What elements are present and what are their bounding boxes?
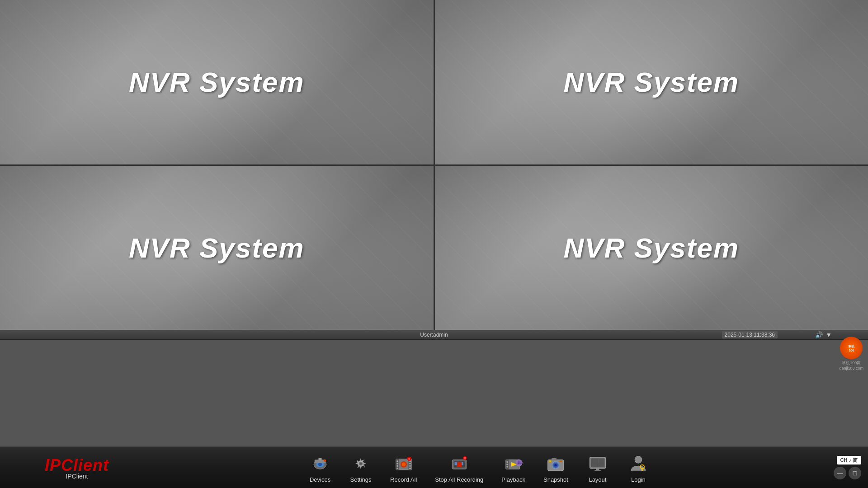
nav-label-layout: Layout [589, 476, 606, 483]
camera-grid: NVR System NVR System NVR System NVR Sys… [0, 0, 868, 330]
brand-subtitle: IPClient [66, 473, 88, 480]
svg-point-46 [555, 464, 557, 466]
svg-rect-53 [591, 463, 598, 467]
devices-icon [309, 453, 331, 474]
nvr-label-4: NVR System [563, 232, 739, 264]
brand-section: IPClient IPClient [0, 450, 145, 486]
camera-cell-4[interactable]: NVR System [435, 166, 868, 330]
minimize-button[interactable]: — [834, 467, 846, 479]
utility-icons: — □ [834, 467, 861, 479]
svg-rect-4 [319, 458, 322, 460]
channel-badge[interactable]: CH ♪ 简 [837, 456, 862, 465]
nav-item-playback[interactable]: Playback [495, 450, 532, 485]
svg-point-13 [396, 463, 398, 465]
svg-point-35 [506, 466, 508, 468]
watermark-site: 草机100网 danji100.com [839, 360, 863, 371]
watermark-logo: 草机100 [840, 337, 863, 359]
nav-item-record-all[interactable]: Record All [383, 450, 424, 485]
brand-title: IPClient [45, 456, 109, 475]
svg-point-5 [324, 459, 326, 461]
camera-cell-1[interactable]: NVR System [0, 0, 434, 164]
nav-item-settings[interactable]: Settings [343, 450, 379, 485]
svg-point-57 [635, 456, 642, 463]
datetime-display: 2025-01-13 11:38:36 [722, 331, 778, 338]
login-icon [627, 453, 649, 474]
nav-item-snapshot[interactable]: Snapshot [537, 450, 575, 485]
record-all-icon [393, 453, 415, 474]
stop-recording-icon [448, 453, 470, 474]
nav-label-stop-all-recording: Stop All Recording [435, 476, 483, 483]
nvr-label-1: NVR System [129, 66, 305, 98]
svg-point-19 [409, 467, 411, 469]
svg-point-33 [506, 461, 508, 463]
volume-icon[interactable]: 🔊 [815, 331, 823, 338]
svg-rect-56 [594, 470, 601, 471]
svg-point-14 [396, 465, 398, 467]
svg-point-34 [506, 464, 508, 465]
user-info: User:admin [420, 332, 448, 338]
svg-point-12 [396, 460, 398, 462]
svg-point-15 [396, 467, 398, 469]
nav-items: Devices Settings [145, 450, 814, 485]
collapse-icon[interactable]: ▼ [826, 331, 832, 338]
nav-label-login: Login [631, 476, 646, 483]
svg-rect-30 [463, 457, 466, 459]
svg-point-48 [549, 460, 552, 462]
svg-point-23 [408, 458, 410, 460]
svg-point-8 [359, 462, 362, 465]
svg-rect-55 [596, 468, 599, 470]
snapshot-icon [545, 453, 566, 474]
svg-point-21 [401, 462, 406, 466]
right-utility-panel: CH ♪ 简 — □ 草机100 草机100网 danji100.com [814, 456, 868, 479]
toolbar: IPClient IPClient Devices [0, 447, 868, 488]
playback-icon [503, 453, 524, 474]
status-bar: User:admin 2025-01-13 11:38:36 🔊 ▼ [0, 330, 868, 340]
svg-rect-43 [552, 458, 557, 460]
camera-cell-2[interactable]: NVR System [435, 0, 868, 164]
nav-label-playback: Playback [501, 476, 525, 483]
svg-rect-60 [642, 469, 643, 470]
camera-cell-3[interactable]: NVR System [0, 166, 434, 330]
svg-rect-51 [591, 459, 598, 463]
layout-icon [587, 453, 609, 474]
svg-point-2 [318, 463, 322, 466]
svg-point-18 [409, 465, 411, 467]
maximize-button[interactable]: □ [849, 467, 861, 479]
nav-item-stop-all-recording[interactable]: Stop All Recording [428, 450, 490, 485]
nav-label-snapshot: Snapshot [543, 476, 568, 483]
settings-icon [350, 453, 372, 474]
nvr-label-3: NVR System [129, 232, 305, 264]
nav-label-settings: Settings [350, 476, 372, 483]
svg-rect-47 [560, 460, 562, 462]
svg-rect-54 [598, 463, 604, 467]
nav-item-layout[interactable]: Layout [580, 450, 616, 485]
nav-item-login[interactable]: Login [620, 450, 656, 485]
watermark: 草机100 草机100网 danji100.com [839, 337, 863, 371]
nav-label-devices: Devices [310, 476, 330, 483]
svg-rect-52 [598, 459, 604, 463]
svg-point-17 [409, 463, 411, 465]
nav-label-record-all: Record All [390, 476, 417, 483]
nav-item-devices[interactable]: Devices [302, 450, 338, 485]
svg-rect-28 [457, 462, 462, 467]
nvr-label-2: NVR System [563, 66, 739, 98]
